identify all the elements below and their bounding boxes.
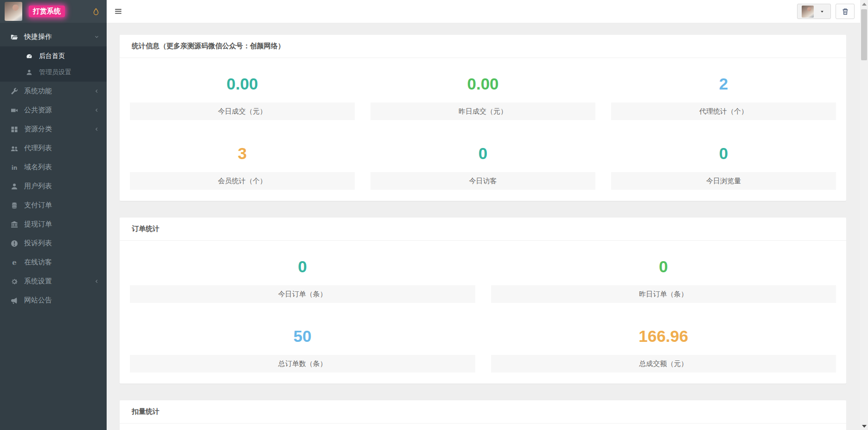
sidebar-item-label: 代理列表 [24,144,52,153]
sidebar-item[interactable]: 用户列表 [0,177,107,196]
folder-open-icon [10,33,19,41]
dashboard-icon [25,52,33,60]
stats-info-card: 统计信息（更多亲测源码微信公众号：创颜网络） 0.00今日成交（元）0.00昨日… [120,35,846,201]
sidebar-item-label: 公共资源 [24,106,52,115]
stat-label: 总订单数（条） [130,355,475,372]
stat-box: 0昨日订单（条） [491,252,836,303]
sidebar-item-label: 提现订单 [24,220,52,229]
wrench-icon [10,87,19,96]
user-menu-button[interactable] [797,4,831,19]
sidebar-header: 打赏系统 [0,0,107,23]
order-stats-card: 订单统计 0今日订单（条）0昨日订单（条）50总订单数（条）166.96总成交额… [120,218,846,384]
scroll-down-arrow-icon[interactable] [860,422,868,430]
sidebar-item[interactable]: 快捷操作 [0,27,107,46]
user-avatar[interactable] [5,2,22,21]
hamburger-icon[interactable] [114,7,122,16]
sidebar: 打赏系统 快捷操作后台首页管理员设置系统功能公共资源资源分类代理列表in域名列表… [0,0,107,430]
brand-badge: 打赏系统 [29,6,65,17]
sidebar-item[interactable]: 投诉列表 [0,234,107,253]
trash-button[interactable] [836,4,855,19]
sidebar-item[interactable]: e在线访客 [0,253,107,272]
sidebar-item[interactable]: in域名列表 [0,158,107,177]
stat-box: 0今日订单（条） [130,252,475,303]
sidebar-item-label: 网站公告 [24,296,52,305]
card-title: 订单统计 [120,218,846,241]
stat-value: 166.96 [491,321,836,355]
gear-icon [10,277,19,286]
sidebar-item[interactable]: 系统设置 [0,272,107,291]
svg-text:e: e [12,259,17,266]
video-icon [10,106,19,115]
stat-value: 0.00 [370,69,595,103]
sidebar-item[interactable]: 公共资源 [0,101,107,120]
chevron-left-icon [94,279,99,284]
stat-value: 0 [611,139,836,172]
stat-box: 3会员统计（个） [130,139,355,190]
scrollbar[interactable] [860,0,868,430]
sidebar-item-label: 资源分类 [24,125,52,134]
card-title: 统计信息（更多亲测源码微信公众号：创颜网络） [120,35,846,58]
stat-label: 今日订单（条） [130,285,475,303]
database-icon [10,201,19,210]
sidebar-item-label: 系统功能 [24,87,52,96]
sidebar-item[interactable]: 网站公告 [0,291,107,310]
sidebar-item[interactable]: 支付订单 [0,196,107,215]
sidebar-subitem-label: 管理员设置 [39,68,71,77]
chevron-down-icon [94,34,99,39]
linkedin-icon: in [10,163,19,172]
sidebar-subitem[interactable]: 管理员设置 [0,64,107,80]
user-icon [25,68,33,77]
sidebar-item-label: 域名列表 [24,163,52,172]
user-avatar [802,6,814,18]
sidebar-item[interactable]: 代理列表 [0,139,107,158]
sidebar-submenu: 后台首页管理员设置 [0,46,107,82]
topbar-actions [797,4,855,19]
sidebar-item-label: 投诉列表 [24,239,52,248]
stat-value: 0 [491,252,836,285]
sidebar-subitem[interactable]: 后台首页 [0,48,107,64]
user-icon [10,182,19,191]
stat-label: 总成交额（元） [491,355,836,372]
sidebar-item-label: 系统设置 [24,277,52,286]
main-content: 统计信息（更多亲测源码微信公众号：创颜网络） 0.00今日成交（元）0.00昨日… [107,23,860,430]
stat-box: 166.96总成交额（元） [491,321,836,372]
scrollbar-thumb[interactable] [861,9,867,60]
drop-icon [92,7,100,16]
stat-value: 50 [130,321,475,355]
svg-text:in: in [12,164,18,171]
sidebar-item[interactable]: 提现订单 [0,215,107,234]
sidebar-item[interactable]: 系统功能 [0,82,107,101]
sidebar-item[interactable]: 资源分类 [0,120,107,139]
bank-icon [10,220,19,229]
sidebar-item-label: 支付订单 [24,201,52,210]
stat-label: 昨日成交（元） [370,103,595,120]
sidebar-menu: 快捷操作后台首页管理员设置系统功能公共资源资源分类代理列表in域名列表用户列表支… [0,23,107,310]
sidebar-item-label: 在线访客 [24,258,52,267]
sidebar-item-label: 快捷操作 [24,32,52,41]
stat-box: 2代理统计（个） [611,69,836,120]
stat-label: 今日成交（元） [130,103,355,120]
sidebar-item-label: 用户列表 [24,182,52,191]
stat-grid: 0今日订单（条）0昨日订单（条）50总订单数（条）166.96总成交额（元） [130,252,836,372]
exclamation-circle-icon [10,239,19,248]
chevron-left-icon [94,127,99,132]
scroll-up-arrow-icon[interactable] [860,0,868,8]
stat-value: 0 [130,252,475,285]
stat-value: 0 [370,139,595,172]
stat-label: 今日浏览量 [611,172,836,190]
stat-value: 0.00 [130,69,355,103]
stat-box: 0.00今日成交（元） [130,69,355,120]
deduction-stats-card: 扣量统计 [120,400,846,430]
grid-icon [10,125,19,134]
stat-value: 2 [611,69,836,103]
stat-label: 昨日订单（条） [491,285,836,303]
stat-value: 3 [130,139,355,172]
stat-grid: 0.00今日成交（元）0.00昨日成交（元）2代理统计（个）3会员统计（个）0今… [130,69,836,190]
sidebar-subitem-label: 后台首页 [39,52,65,60]
stat-box: 0今日浏览量 [611,139,836,190]
topbar [107,0,860,23]
bullhorn-icon [10,296,19,305]
stat-box: 0.00昨日成交（元） [370,69,595,120]
users-icon [10,144,19,153]
stat-box: 50总订单数（条） [130,321,475,372]
